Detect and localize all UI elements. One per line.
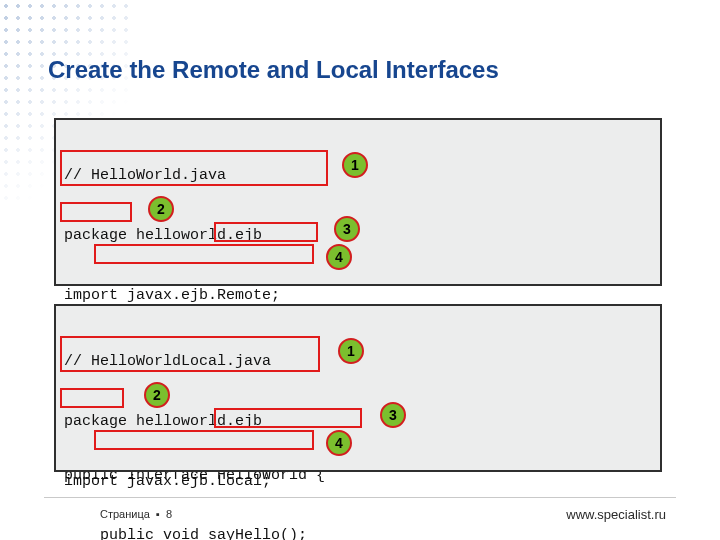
footer-rule bbox=[44, 497, 676, 498]
page-number: Страница ▪ 8 bbox=[100, 508, 172, 520]
callout-badge-4: 4 bbox=[326, 244, 352, 270]
code-line bbox=[64, 532, 652, 540]
page-no: 8 bbox=[166, 508, 172, 520]
site-url: www.specialist.ru bbox=[566, 507, 666, 522]
highlight-method bbox=[94, 244, 314, 264]
highlight-annotation bbox=[60, 202, 132, 222]
separator-icon: ▪ bbox=[153, 508, 163, 520]
slide: Create the Remote and Local Interfaces /… bbox=[0, 0, 720, 540]
code-line: // HelloWorld.java bbox=[64, 166, 652, 186]
callout-badge-2: 2 bbox=[144, 382, 170, 408]
code-block-remote: // HelloWorld.java package helloworld.ej… bbox=[54, 118, 662, 286]
callout-badge-2: 2 bbox=[148, 196, 174, 222]
code-line: import javax.ejb.Local; bbox=[64, 472, 652, 492]
code-line: package helloworld.ejb bbox=[64, 226, 652, 246]
page-word: Страница bbox=[100, 508, 150, 520]
callout-badge-4: 4 bbox=[326, 430, 352, 456]
code-line: import javax.ejb.Remote; bbox=[64, 286, 652, 306]
highlight-annotation bbox=[60, 388, 124, 408]
code-block-local: // HelloWorldLocal.java package hellowor… bbox=[54, 304, 662, 472]
slide-title: Create the Remote and Local Interfaces bbox=[48, 56, 499, 84]
highlight-method bbox=[94, 430, 314, 450]
code-line: package helloworld.ejb bbox=[64, 412, 652, 432]
code-line: // HelloWorldLocal.java bbox=[64, 352, 652, 372]
